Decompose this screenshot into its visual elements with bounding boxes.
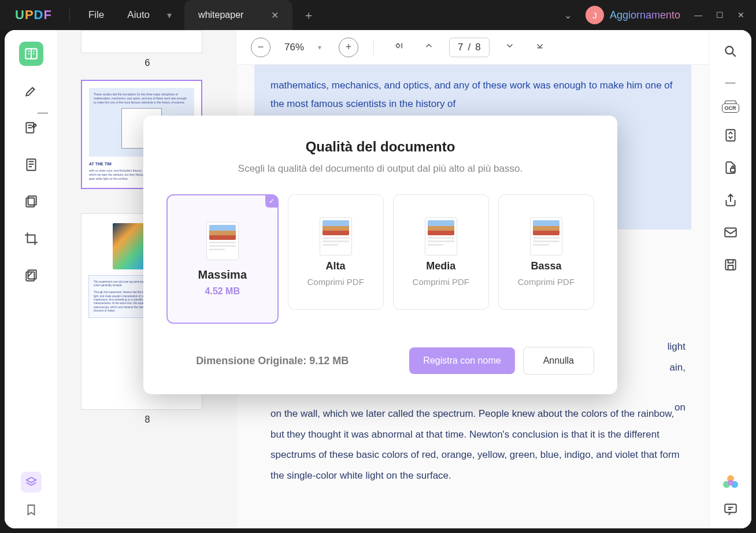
quality-name: Bassa — [531, 260, 561, 272]
first-page-icon[interactable] — [389, 38, 409, 56]
svg-rect-4 — [28, 196, 36, 205]
zoom-value[interactable]: 76% — [284, 42, 304, 53]
zoom-in-button[interactable]: + — [339, 38, 358, 57]
logo-p: P — [25, 8, 34, 22]
convert-icon[interactable] — [723, 128, 738, 145]
app-logo: UPDF — [15, 8, 52, 23]
logo-f: F — [43, 8, 51, 22]
chevron-down-icon[interactable]: ⌄ — [564, 10, 572, 21]
svg-rect-16 — [725, 504, 736, 512]
avatar[interactable]: J — [585, 6, 604, 24]
cancel-button[interactable]: Annulla — [523, 347, 594, 375]
page-tool[interactable] — [19, 153, 43, 177]
svg-rect-9 — [731, 168, 735, 172]
doc-preview-icon — [320, 217, 352, 256]
add-tab-button[interactable]: ＋ — [303, 8, 314, 23]
doc-frag: ain, — [668, 357, 685, 378]
original-size: Dimensione Originale: 9.12 MB — [166, 355, 401, 367]
doc-preview-icon — [206, 222, 239, 260]
quality-cards: ✓ Massima 4.52 MB Alta Comprimi PDF Medi… — [166, 194, 594, 324]
modal-title: Qualità del documento — [166, 139, 594, 155]
svg-rect-10 — [725, 228, 736, 236]
quality-sub: Comprimi PDF — [413, 277, 469, 287]
left-toolbar: — — [5, 30, 58, 528]
divider — [69, 8, 70, 22]
quality-card-media[interactable]: Media Comprimi PDF — [393, 194, 489, 310]
doc-preview-icon — [425, 217, 457, 256]
thumb-text: These studies laid the foundation for th… — [94, 92, 190, 105]
page-indicator[interactable]: 7 / 8 — [449, 38, 490, 57]
quality-modal: Qualità del documento Scegli la qualità … — [143, 116, 617, 394]
modal-subtitle: Scegli la qualità del documento di outpu… — [166, 163, 594, 175]
document-text: on the wall, which we later called the s… — [270, 392, 685, 486]
quality-card-bassa[interactable]: Bassa Comprimi PDF — [498, 194, 594, 310]
zoom-out-button[interactable]: − — [251, 38, 270, 57]
prev-page-icon[interactable] — [419, 38, 439, 56]
menu-help[interactable]: Aiuto — [116, 5, 161, 25]
redact-tool[interactable] — [19, 264, 43, 288]
check-icon: ✓ — [265, 195, 278, 208]
doc-frag: light — [668, 336, 685, 357]
reader-tool[interactable] — [19, 42, 43, 66]
quality-sub: Comprimi PDF — [307, 277, 364, 287]
svg-rect-8 — [726, 129, 735, 141]
page-number-8: 8 — [81, 414, 214, 425]
last-page-icon[interactable] — [530, 38, 550, 56]
window-controls: — ☐ ✕ — [694, 10, 744, 20]
share-icon[interactable] — [723, 193, 738, 210]
logo-d: D — [34, 8, 44, 22]
collapse-icon[interactable]: — — [38, 106, 48, 119]
email-icon[interactable] — [723, 225, 738, 242]
quality-sub: Comprimi PDF — [518, 277, 575, 287]
quality-size: 4.52 MB — [205, 286, 240, 297]
search-icon[interactable] — [723, 44, 738, 61]
zoom-dropdown-icon[interactable]: ▾ — [318, 43, 321, 51]
titlebar: UPDF File Aiuto ▾ whitepaper ✕ ＋ ⌄ J Agg… — [0, 0, 756, 30]
ocr-icon[interactable]: OCR — [722, 103, 739, 113]
edit-tool[interactable] — [19, 116, 43, 140]
thumbnail-6[interactable] — [81, 30, 202, 53]
organize-tool[interactable] — [19, 190, 43, 214]
modal-footer: Dimensione Originale: 9.12 MB Registra c… — [166, 347, 594, 375]
close-window-icon[interactable]: ✕ — [738, 10, 744, 20]
next-page-icon[interactable] — [500, 38, 520, 56]
highlight-tool[interactable] — [19, 79, 43, 103]
update-label[interactable]: Aggiornamento — [610, 9, 680, 21]
minimize-icon[interactable]: — — [694, 10, 702, 20]
protect-icon[interactable] — [723, 160, 738, 177]
maximize-icon[interactable]: ☐ — [716, 10, 724, 20]
tab-whitepaper[interactable]: whitepaper ✕ — [184, 0, 292, 30]
svg-rect-11 — [725, 260, 735, 269]
quality-name: Alta — [326, 260, 346, 272]
svg-point-7 — [725, 46, 733, 54]
page-sep: / — [468, 42, 471, 53]
doc-toolbar: − 76% ▾ + 7 / 8 — [237, 30, 709, 65]
layers-icon[interactable] — [21, 472, 42, 493]
bookmark-icon[interactable] — [25, 503, 38, 519]
save-as-button[interactable]: Registra con nome — [409, 347, 514, 374]
quality-card-massima[interactable]: ✓ Massima 4.52 MB — [166, 194, 279, 324]
svg-rect-2 — [27, 159, 35, 171]
tab-title: whitepaper — [198, 10, 243, 20]
ai-icon[interactable] — [722, 474, 739, 491]
page-total: 8 — [475, 42, 480, 53]
quality-name: Massima — [198, 268, 247, 282]
quality-name: Media — [426, 260, 455, 272]
menu-file[interactable]: File — [77, 5, 116, 25]
divider — [373, 39, 374, 55]
comment-icon[interactable] — [723, 502, 738, 519]
page-current: 7 — [458, 42, 463, 53]
right-toolbar: — OCR — [709, 30, 751, 528]
save-icon[interactable] — [723, 257, 738, 275]
close-icon[interactable]: ✕ — [271, 10, 279, 21]
collapse-icon[interactable]: — — [725, 76, 736, 88]
tab-dropdown-icon[interactable]: ▾ — [161, 10, 177, 21]
page-number-6: 6 — [81, 58, 214, 68]
logo-u: U — [15, 8, 25, 22]
quality-card-alta[interactable]: Alta Comprimi PDF — [288, 194, 384, 310]
doc-preview-icon — [530, 217, 562, 256]
svg-point-15 — [728, 480, 733, 486]
crop-tool[interactable] — [19, 227, 43, 251]
